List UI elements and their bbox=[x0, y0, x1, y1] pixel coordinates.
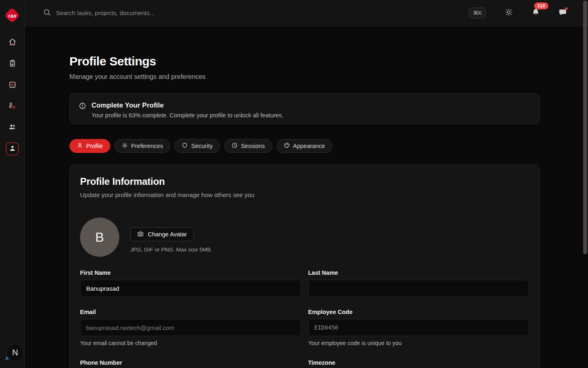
employee-code-label: Employee Code bbox=[308, 308, 530, 316]
messages-button[interactable] bbox=[559, 8, 567, 18]
search-input[interactable] bbox=[56, 9, 252, 16]
main-content: Profile Settings Manage your account set… bbox=[25, 27, 588, 368]
tab-label: Appearance bbox=[293, 143, 325, 149]
brand-logo[interactable]: rax bbox=[5, 9, 19, 22]
last-name-label: Last Name bbox=[308, 269, 530, 276]
sidebar-item-calendar[interactable] bbox=[6, 79, 19, 92]
phone-label: Phone Number bbox=[80, 359, 301, 366]
sidebar-item-team[interactable] bbox=[6, 121, 19, 134]
home-icon bbox=[9, 38, 16, 47]
app-window: rax bbox=[0, 0, 588, 368]
avatar: B bbox=[80, 218, 119, 257]
assistant-launcher-button[interactable]: N bbox=[6, 343, 24, 361]
palette-icon bbox=[284, 142, 290, 150]
change-avatar-label: Change Avatar bbox=[148, 231, 187, 238]
sidebar-item-profile[interactable] bbox=[6, 142, 19, 155]
timezone-label: Timezone bbox=[308, 359, 530, 366]
sun-icon bbox=[505, 8, 513, 18]
email-code-row: Email Your email cannot be changed Emplo… bbox=[80, 308, 529, 346]
employee-code-input bbox=[308, 319, 530, 336]
email-input bbox=[80, 319, 301, 336]
topbar-actions: ⌘K 110 bbox=[469, 7, 588, 18]
first-name-label: First Name bbox=[80, 269, 301, 276]
last-name-input[interactable] bbox=[308, 280, 530, 297]
card-title: Profile Information bbox=[80, 175, 529, 188]
launcher-initial: N bbox=[6, 343, 24, 361]
sidebar-item-tasks[interactable] bbox=[6, 57, 19, 70]
page-subtitle: Manage your account settings and prefere… bbox=[69, 73, 540, 81]
sidebar-item-workflow[interactable] bbox=[6, 100, 19, 113]
tab-security[interactable]: Security bbox=[174, 139, 220, 153]
alert-message: Your profile is 63% complete. Complete y… bbox=[91, 112, 283, 119]
gear-icon bbox=[122, 142, 128, 150]
workflow-icon bbox=[9, 102, 16, 111]
email-helper: Your email cannot be changed bbox=[80, 340, 301, 346]
tab-label: Preferences bbox=[131, 143, 163, 149]
page-title: Profile Settings bbox=[69, 54, 540, 69]
logo-text: rax bbox=[5, 9, 19, 22]
clock-icon bbox=[232, 142, 238, 150]
topbar: ⌘K 110 bbox=[25, 0, 588, 26]
name-fields-row: First Name Last Name bbox=[80, 269, 529, 297]
avatar-section: B Change Avatar JPG, GIF or PNG. Max siz… bbox=[80, 218, 529, 257]
notification-count-badge: 110 bbox=[534, 2, 548, 9]
bell-icon bbox=[532, 8, 540, 18]
profile-icon bbox=[9, 144, 16, 154]
unread-dot bbox=[565, 7, 568, 10]
tab-appearance[interactable]: Appearance bbox=[276, 139, 332, 153]
tab-label: Sessions bbox=[241, 143, 265, 149]
sidebar: rax bbox=[0, 0, 25, 368]
email-label: Email bbox=[80, 308, 301, 316]
clipboard-icon bbox=[9, 59, 16, 69]
tab-profile[interactable]: Profile bbox=[69, 139, 110, 153]
tab-preferences[interactable]: Preferences bbox=[114, 139, 170, 153]
profile-information-card: Profile Information Update your profile … bbox=[69, 164, 540, 368]
avatar-hint: JPG, GIF or PNG. Max size 5MB. bbox=[130, 247, 212, 253]
notifications-button[interactable]: 110 bbox=[532, 8, 540, 18]
calendar-icon bbox=[9, 81, 16, 90]
profile-completion-alert: Complete Your Profile Your profile is 63… bbox=[69, 93, 540, 124]
page-scrollbar[interactable] bbox=[583, 0, 588, 368]
sidebar-nav bbox=[0, 36, 24, 155]
shield-icon bbox=[182, 142, 188, 150]
alert-circle-icon bbox=[79, 101, 86, 111]
tab-label: Security bbox=[191, 143, 212, 149]
card-subtitle: Update your profile information and mana… bbox=[80, 191, 529, 199]
scrollbar-thumb[interactable] bbox=[583, 1, 587, 254]
person-icon bbox=[77, 142, 83, 150]
change-avatar-button[interactable]: Change Avatar bbox=[130, 227, 194, 241]
tab-label: Profile bbox=[86, 143, 103, 149]
tab-sessions[interactable]: Sessions bbox=[224, 139, 272, 153]
global-search bbox=[43, 8, 252, 18]
employee-code-helper: Your employee code is unique to you bbox=[308, 340, 530, 346]
settings-tabs: Profile Preferences Security Sessions Ap… bbox=[69, 139, 540, 153]
camera-icon bbox=[137, 231, 144, 238]
theme-toggle-button[interactable] bbox=[505, 8, 513, 18]
users-icon bbox=[9, 123, 16, 132]
sidebar-item-home[interactable] bbox=[6, 36, 19, 49]
keyboard-shortcut-badge: ⌘K bbox=[469, 7, 486, 18]
search-icon bbox=[43, 8, 51, 18]
phone-timezone-row: Phone Number Timezone bbox=[80, 359, 529, 366]
alert-title: Complete Your Profile bbox=[91, 101, 283, 110]
first-name-input[interactable] bbox=[80, 280, 301, 297]
